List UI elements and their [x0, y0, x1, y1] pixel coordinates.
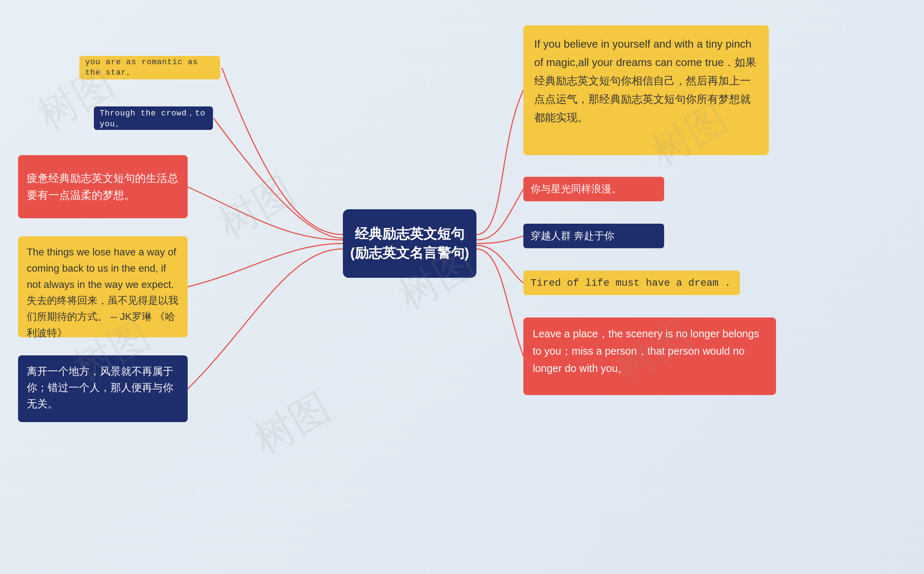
node-right-large2: Leave a place，the scenery is no longer b… — [523, 317, 776, 395]
center-node-text: 经典励志英文短句(励志英文名言警句) — [350, 224, 469, 263]
node-left-mid-small: Through the crowd，to you。 — [94, 106, 213, 130]
node-left-large1: 疲惫经典励志英文短句的生活总要有一点温柔的梦想。 — [18, 155, 188, 218]
node-right-medium1-text: Tired of life must have a dream . — [531, 278, 731, 289]
node-right-large2-text: Leave a place，the scenery is no longer b… — [533, 328, 759, 374]
node-left-large2-text: The things we lose have a way of coming … — [27, 246, 178, 338]
watermark-2: 树图 — [208, 164, 304, 251]
node-left-large3: 离开一个地方，风景就不再属于你；错过一个人，那人便再与你无关。 — [18, 355, 188, 422]
node-left-top-small-text: you are as romantic as the star。 — [85, 58, 215, 77]
node-right-small2-text: 穿越人群 奔赴于你 — [531, 229, 614, 243]
node-right-small1-text: 你与星光同样浪漫。 — [531, 182, 622, 196]
node-right-large1: If you believe in yourself and with a ti… — [523, 25, 769, 155]
node-left-large3-text: 离开一个地方，风景就不再属于你；错过一个人，那人便再与你无关。 — [27, 366, 173, 410]
node-right-small2: 穿越人群 奔赴于你 — [523, 224, 664, 248]
node-right-medium1: Tired of life must have a dream . — [523, 271, 740, 295]
center-node: 经典励志英文短句(励志英文名言警句) — [343, 209, 477, 278]
node-left-mid-small-text: Through the crowd，to you。 — [100, 107, 207, 129]
node-right-small1: 你与星光同样浪漫。 — [523, 177, 664, 201]
node-left-large1-text: 疲惫经典励志英文短句的生活总要有一点温柔的梦想。 — [27, 170, 179, 203]
node-left-top-small: you are as romantic as the star。 — [79, 56, 220, 79]
node-left-large2: The things we lose have a way of coming … — [18, 236, 188, 337]
watermark-5: 树图 — [244, 381, 340, 467]
node-right-large1-text: If you believe in yourself and with a ti… — [534, 38, 756, 123]
